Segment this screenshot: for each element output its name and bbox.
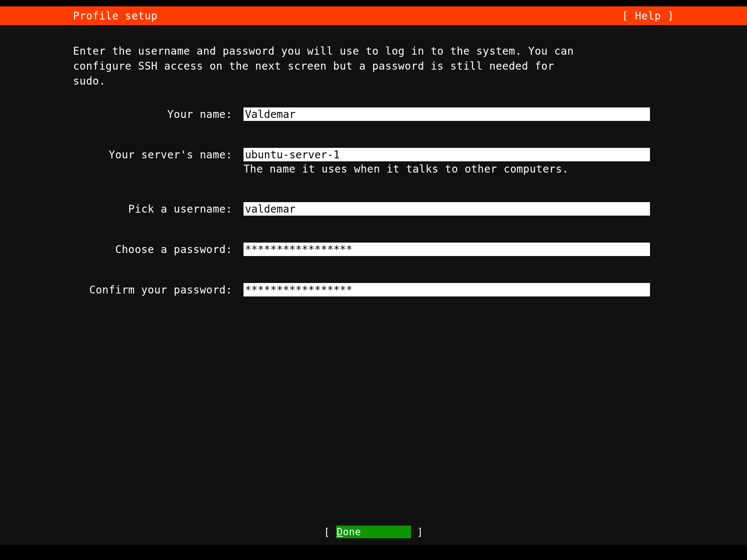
row-your-name: Your name: (73, 107, 674, 121)
done-button-accelerator: D (337, 526, 343, 538)
row-confirm-password: Confirm your password: (73, 283, 674, 296)
input-password[interactable] (244, 243, 650, 256)
input-your-name[interactable] (244, 107, 650, 121)
done-button[interactable]: [ Done ] (324, 526, 423, 538)
row-password: Choose a password: (73, 243, 674, 256)
label-password: Choose a password: (73, 243, 244, 256)
input-server-name[interactable] (244, 148, 650, 161)
label-your-name: Your name: (73, 107, 244, 121)
footer: [ Done ] (0, 526, 747, 538)
help-button[interactable]: [ Help ] (622, 10, 674, 22)
label-username: Pick a username: (73, 202, 244, 215)
label-confirm-password: Confirm your password: (73, 283, 244, 296)
done-button-label-rest: one (343, 526, 361, 538)
row-username: Pick a username: (73, 202, 674, 216)
header-bar: Profile setup [ Help ] (0, 6, 747, 25)
page-title: Profile setup (73, 10, 158, 22)
input-confirm-password[interactable] (244, 283, 650, 296)
input-username[interactable] (244, 202, 650, 216)
instruction-text: Enter the username and password you will… (73, 44, 674, 89)
row-server-name: Your server's name: The name it uses whe… (73, 148, 674, 175)
hint-server-name: The name it uses when it talks to other … (244, 163, 650, 175)
label-server-name: Your server's name: (73, 148, 244, 161)
